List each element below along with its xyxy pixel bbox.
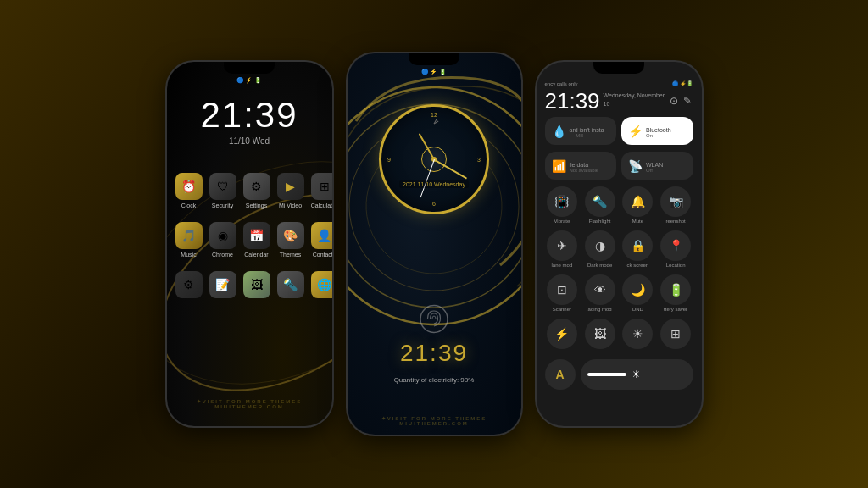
battery-info: Quantity of electricity: 98%: [394, 376, 475, 384]
watermark: ✦VISIT FOR MORE THEMES MIUITHEMER.COM: [167, 398, 332, 409]
ctrl-reading[interactable]: 👁 ading mod: [582, 274, 617, 312]
calculator-app-icon: ⊞: [311, 173, 332, 200]
notch: [224, 62, 275, 74]
app-label: Music: [181, 252, 196, 258]
list-item[interactable]: 👤 Contacts: [311, 222, 332, 258]
music-app-icon: 🎵: [175, 222, 203, 249]
list-item[interactable]: ⏰ Clock: [175, 173, 203, 208]
list-item[interactable]: 🌐: [311, 271, 332, 301]
cc-status-text: ency calls only: [545, 81, 578, 86]
list-item[interactable]: 📅 Calendar: [243, 222, 270, 258]
notch-2: [409, 53, 459, 65]
control-buttons-row2: ✈ lane mod ◑ Dark mode 🔒 ck screen 📍 Loc…: [542, 227, 697, 271]
ctrl-extra3[interactable]: ☀: [620, 319, 655, 349]
security-app-icon: 🛡: [209, 173, 236, 200]
control-buttons-row1: 📳 Vibrate 🔦 Flashlight 🔔 Mute 📷 reenshot: [542, 183, 697, 227]
home-date: 11/10 Wed: [167, 136, 332, 146]
settings-app-icon: ⚙: [243, 173, 270, 200]
control-buttons-row4: ⚡ 🖼 ☀ ⊞: [542, 315, 697, 352]
quick-tiles-row1: 💧 ard isn't insta — MB ⚡ Bluetooth: [542, 114, 697, 148]
ctrl-extra2[interactable]: 🖼: [582, 319, 617, 349]
files-app-icon: 🖼: [243, 271, 270, 298]
phones-container: 🔵 ⚡ 🔋 21:39 11/10 Wed ⏰ Clock 🛡 Secur: [0, 0, 868, 488]
tile-bluetooth-label: Bluetooth: [646, 127, 671, 133]
list-item[interactable]: ⚙: [175, 271, 203, 301]
list-item[interactable]: 🔦: [277, 271, 304, 301]
phone-home: 🔵 ⚡ 🔋 21:39 11/10 Wed ⏰ Clock 🛡 Secur: [167, 62, 332, 426]
ctrl-airplane[interactable]: ✈ lane mod: [545, 230, 580, 268]
notch-3: [593, 62, 644, 74]
tile-bluetooth-value: On: [646, 133, 671, 138]
ctrl-screenshot[interactable]: 📷 reenshot: [659, 186, 693, 224]
edit-cc-icon[interactable]: ✎: [683, 95, 692, 107]
app-grid-row2: 🎵 Music ◉ Chrome 📅 Calendar 🎨 Themes: [167, 215, 332, 264]
digital-time: 21:39: [400, 340, 468, 367]
app-grid-row3: ⚙ 📝 🖼 🔦 �: [167, 264, 332, 308]
app-label: Themes: [280, 252, 301, 258]
tile-wlan-label: WLAN: [646, 162, 663, 168]
ctrl-mute[interactable]: 🔔 Mute: [620, 186, 655, 224]
settings2-app-icon: ⚙: [175, 271, 203, 298]
phone-lock: 🔵 ⚡ 🔋 12 3 6 9: [348, 53, 521, 435]
list-item[interactable]: ▶ Mi Video: [277, 173, 304, 208]
app-label: Calendar: [244, 252, 268, 258]
mivideo-app-icon: ▶: [277, 173, 304, 200]
tile-wlan-value: Off: [646, 168, 663, 173]
clock-app-icon: ⏰: [175, 173, 203, 200]
contacts-app-icon: 👤: [311, 222, 332, 249]
app-label: Clock: [181, 202, 197, 208]
quick-tile-data[interactable]: 💧 ard isn't insta — MB: [545, 117, 617, 145]
ctrl-vibrate[interactable]: 📳 Vibrate: [545, 186, 580, 224]
tile-mobile-value: Not available: [570, 168, 599, 173]
list-item[interactable]: 🛡 Security: [209, 173, 236, 208]
status-icons: 🔵 ⚡ 🔋: [236, 77, 263, 84]
status-icons-2: 🔵 ⚡ 🔋: [421, 69, 448, 75]
torch-app-icon: 🔦: [277, 271, 304, 298]
cc-time: 21:39: [545, 90, 600, 112]
list-item[interactable]: 🎨 Themes: [277, 222, 304, 258]
a-button[interactable]: A: [545, 359, 576, 390]
tile-mobile-label: ile data: [570, 162, 599, 168]
camera-cc-icon[interactable]: ⊙: [670, 95, 678, 107]
ctrl-lockscreen[interactable]: 🔒 ck screen: [620, 230, 655, 268]
quick-tile-bluetooth[interactable]: ⚡ Bluetooth On: [621, 117, 693, 145]
control-buttons-row3: ⊡ Scanner 👁 ading mod 🌙 DND 🔋 ttery save…: [542, 271, 697, 315]
ctrl-flashlight[interactable]: 🔦 Flashlight: [582, 186, 617, 224]
list-item[interactable]: ⚙ Settings: [243, 173, 270, 208]
fingerprint-area[interactable]: [420, 304, 449, 337]
list-item[interactable]: 🖼: [243, 271, 270, 301]
home-time: 21:39: [167, 97, 332, 133]
cc-header: 21:39 Wednesday, November10 ⊙ ✎: [542, 88, 697, 114]
app-label: Chrome: [212, 252, 233, 258]
quick-tile-mobile[interactable]: 📶 ile data Not available: [545, 152, 617, 180]
brightness-icon: ☀: [632, 369, 641, 380]
ctrl-location[interactable]: 📍 Location: [659, 230, 693, 268]
tile-data-value: — MB: [570, 133, 604, 138]
ctrl-scanner[interactable]: ⊡ Scanner: [545, 274, 580, 312]
analog-clock: 12 3 6 9: [379, 104, 489, 214]
cc-status-icons: 🔵 ⚡ 🔋: [672, 80, 693, 86]
cc-date: Wednesday, November10: [604, 90, 665, 108]
chrome-app-icon: ◉: [209, 222, 236, 249]
ctrl-darkmode[interactable]: ◑ Dark mode: [582, 230, 617, 268]
list-item[interactable]: ◉ Chrome: [209, 222, 236, 258]
app-grid-row1: ⏰ Clock 🛡 Security ⚙ Settings ▶ Mi Video: [167, 166, 332, 215]
ctrl-battery[interactable]: 🔋 ttery saver: [659, 274, 693, 312]
ctrl-dnd[interactable]: 🌙 DND: [620, 274, 655, 312]
quick-tile-wlan[interactable]: 📡 WLAN Off: [621, 152, 693, 180]
app-label: Settings: [246, 202, 267, 208]
app-label: Contacts: [313, 252, 332, 258]
svg-point-4: [420, 306, 448, 333]
ctrl-extra4[interactable]: ⊞: [659, 319, 693, 349]
calendar-app-icon: 📅: [243, 222, 270, 249]
list-item[interactable]: 🎵 Music: [175, 222, 203, 258]
quick-tiles-row2: 📶 ile data Not available 📡 WLAN: [542, 148, 697, 183]
brightness-slider[interactable]: ☀: [581, 359, 693, 390]
list-item[interactable]: 📝: [209, 271, 236, 301]
analog-clock-container: 12 3 6 9: [379, 104, 489, 214]
list-item[interactable]: ⊞ Calculator: [311, 173, 332, 208]
ctrl-extra1[interactable]: ⚡: [545, 319, 580, 349]
brightness-fill: [587, 373, 627, 376]
app-label: Security: [212, 202, 233, 208]
themes-app-icon: 🎨: [277, 222, 304, 249]
